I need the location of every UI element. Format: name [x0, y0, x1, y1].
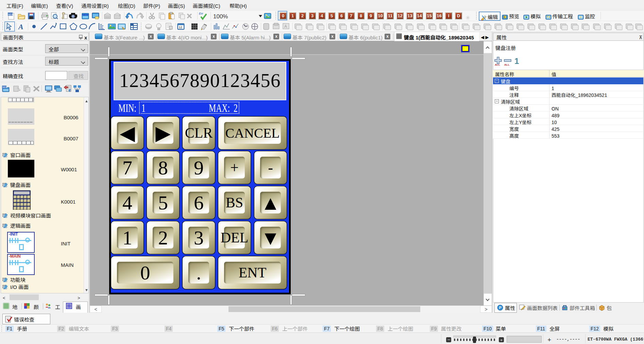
svg-text:Err: Err [199, 12, 203, 15]
svg-text:12: 12 [179, 25, 182, 29]
svg-text:NEW: NEW [8, 13, 14, 16]
svg-text:NEW: NEW [82, 13, 89, 16]
svg-text:ALL: ALL [504, 63, 510, 66]
svg-text:A: A [18, 22, 23, 31]
svg-text:A: A [284, 24, 287, 29]
svg-text:P: P [499, 306, 502, 310]
svg-text:ALL: ALL [495, 63, 500, 66]
svg-text:NEW: NEW [2, 86, 8, 88]
